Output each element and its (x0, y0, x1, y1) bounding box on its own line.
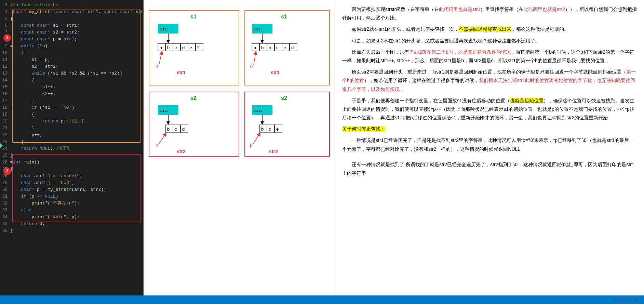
svg-line-18 (159, 53, 162, 65)
code-line-6: 6 const char* s1 = str1; (0, 22, 143, 29)
watermark: CSDN @青_林 (612, 297, 637, 302)
svg-text:b: b (261, 45, 264, 50)
svg-marker-24 (260, 40, 264, 43)
diagram-br-svg: s2 arr2: b c e p str2 (245, 92, 330, 157)
code-panel: 3 #include <stdio.h> 4 =char* my_strstr(… (0, 0, 144, 304)
svg-text:c: c (175, 45, 177, 50)
bottom-bar: CSDN @青_林 (0, 295, 644, 304)
svg-text:c: c (276, 45, 279, 50)
svg-text:arr2:: arr2: (160, 108, 168, 113)
svg-text:p: p (250, 142, 252, 147)
svg-rect-15 (196, 43, 203, 51)
svg-text:s2: s2 (190, 95, 197, 101)
code-line-24: 24 return NULL;//找不到 (0, 145, 143, 152)
svg-text:s1: s1 (190, 14, 197, 19)
svg-text:p: p (156, 142, 158, 147)
svg-line-52 (159, 134, 165, 144)
code-line-32: 32 printf("不存在\n"); (0, 200, 143, 207)
diagram-panel: s1 arr1: a b c d e f p str1 (144, 0, 335, 304)
svg-text:d: d (182, 45, 185, 50)
para-2: 如果str2就在str1的开头，或者是只需要查找一次，不需要回退就能查找出来，那… (342, 25, 637, 34)
svg-text:b: b (167, 45, 170, 50)
svg-text:c: c (175, 127, 177, 132)
svg-marker-58 (260, 121, 264, 125)
code-line-26: 26 =int main() (0, 159, 143, 166)
code-line-3: 3 #include <stdio.h> (0, 2, 143, 9)
svg-text:str2: str2 (269, 149, 278, 154)
code-line-10: 10 { (0, 50, 143, 56)
svg-text:s1: s1 (281, 14, 287, 19)
highlight-red-5: 我们根本无法判断str1此时的位置离初始位置的字节数，也无法知晓要往回退几个字节… (342, 78, 635, 92)
code-line-23: 23 } (0, 138, 143, 145)
code-line-20: 20 return p;//找到了 (0, 118, 143, 125)
code-line-30: 30 char* p = my_strstr(arr1, arr2); (0, 186, 143, 193)
highlight-red-3: 当str2落在第二个b时，才是真正符合条件的情况 (409, 49, 511, 55)
diagram-bl-svg: s2 arr2: b c d p str2 (149, 92, 239, 157)
code-line-18: 18 = if (*s2 == '\0') (0, 104, 143, 111)
highlight-yellow-1: 不需要回退就能查找出来 (459, 26, 511, 32)
svg-text:e: e (190, 45, 192, 50)
svg-text:f: f (197, 45, 199, 50)
code-line-31: 31 if (p == NULL) (0, 193, 143, 200)
code-line-36: 36 } (0, 227, 143, 234)
svg-text:arr1:: arr1: (160, 26, 168, 31)
para-9: 还有一种情况就是找到了,所谓找的了就是str2已经完全遍历完了，str2指到了'… (342, 160, 637, 177)
highlight-red-2: 此代码里也就是str2 (523, 6, 565, 12)
code-line-21: 21 } (0, 125, 143, 132)
code-line-29: 29 char arr2[] = "bcd"; (0, 180, 143, 186)
diagram-tl: s1 arr1: a b c d e f p str1 (149, 10, 239, 85)
svg-text:str1: str1 (177, 70, 186, 75)
svg-text:b: b (167, 127, 170, 132)
highlight-red-1: 此代码里也就是str1 (439, 6, 480, 12)
para-7-title: 关于何时停止查找： (342, 125, 637, 133)
diagram-tr: s1 arr1: a b b c e d p str1 (244, 10, 330, 85)
para-5: 所以str2需要退回到开头，重新来过，而str1则是要退回到起始位置，现在所举的… (342, 68, 637, 94)
svg-text:a: a (160, 45, 162, 50)
svg-text:str1: str1 (271, 70, 280, 75)
code-line-22: 22 p++; (0, 132, 143, 138)
code-line-7: 7 const char* s2 = str2; (0, 29, 143, 36)
explanation-panel: 因为要模拟实现strstr函数（在字符串（在此代码里也就是str1）里查找字符串… (335, 0, 644, 304)
para-8: 一种情况是str1已经遍历完了，但是还是找不到str2里的字符串，此种情况可以用… (342, 136, 637, 153)
section-title: 关于何时停止查找： (342, 126, 385, 132)
svg-text:e: e (276, 127, 279, 132)
para-1: 因为要模拟实现strstr函数（在字符串（在此代码里也就是str1）里查找字符串… (342, 5, 637, 22)
code-line-16: 16 s2++; (0, 91, 143, 97)
code-line-4: 4 =char* my_strstr(const char* str1, con… (0, 9, 143, 15)
code-line-9: 9 = while (*p) (0, 43, 143, 50)
code-line-25: 25 } (0, 152, 143, 159)
diagram-tl-svg: s1 arr1: a b c d e f p str1 (149, 11, 239, 85)
svg-text:arr2:: arr2: (254, 108, 262, 113)
code-line-19: 19 { (0, 111, 143, 118)
svg-text:d: d (291, 45, 294, 50)
code-line-28: 28 char arr1[] = "abcdef"; (0, 173, 143, 180)
code-line-34: 34 printf("%s\n", p); (0, 214, 143, 221)
diagram-tr-svg: s1 arr1: a b b c e d p str1 (245, 11, 330, 85)
svg-line-38 (254, 53, 256, 65)
badge-2: 2 (3, 168, 11, 175)
code-line-14: 14 { (0, 77, 143, 84)
svg-text:str2: str2 (177, 149, 186, 154)
diagram-bl: s2 arr2: b c d p str2 (149, 92, 239, 157)
svg-text:s2: s2 (281, 95, 287, 101)
diagram-br: s2 arr2: b c e p str2 (244, 92, 330, 157)
svg-text:p: p (156, 63, 158, 68)
code-line-27: 27 { (0, 166, 143, 173)
svg-text:e: e (284, 45, 286, 50)
code-line-11: 11 s1 = p; (0, 56, 143, 63)
code-line-5: 5 { (0, 15, 143, 22)
svg-text:b: b (261, 127, 264, 132)
svg-text:p: p (250, 63, 253, 68)
svg-text:c: c (269, 127, 271, 132)
code-line-17: 17 } (0, 97, 143, 104)
svg-text:arr1:: arr1: (254, 26, 262, 31)
svg-marker-4 (166, 40, 170, 43)
code-line-8: 8 const char* p = str1; (0, 36, 143, 43)
para-6: 于是乎，我们便再创建一个指针变量，在它里面放s1没有往后移动的位置（也就是起始位… (342, 96, 637, 122)
highlight-yellow-2: 也就是起始位置 (510, 98, 544, 103)
para-4: 比如左边最后一个图，只有当str2落在第二个b时，才是真正符合条件的情况，而它指… (342, 48, 637, 65)
svg-marker-44 (166, 121, 170, 125)
svg-text:a: a (254, 45, 256, 50)
arrow-indicator (0, 143, 3, 148)
code-line-33: 33 else (0, 207, 143, 214)
